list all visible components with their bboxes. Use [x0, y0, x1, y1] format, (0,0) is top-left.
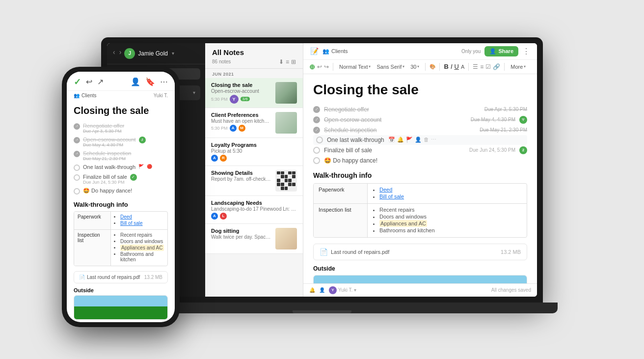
walkthrough-title: Walk-through info — [313, 171, 527, 179]
note-meta-2: 5:30 PM A M — [211, 125, 271, 132]
more-btn[interactable]: More ▾ — [509, 63, 528, 71]
phone-task-4[interactable]: One last walk-through 🚩 🔴 — [74, 163, 168, 172]
phone-check-icon[interactable]: ✓ — [74, 77, 81, 87]
text-color-icon[interactable]: 🎨 — [429, 64, 435, 69]
phone-task-6[interactable]: 🤩 Do happy dance! — [74, 186, 168, 196]
flag-icon[interactable]: 🚩 — [406, 137, 413, 143]
client-label: Clients — [331, 48, 348, 54]
phone-check-6 — [74, 188, 80, 194]
info-table: Paperwork Deed Bill of sale — [313, 183, 527, 238]
note-thumb-4 — [275, 170, 297, 192]
footer-status: All changes saved — [491, 287, 531, 293]
phone-bookmark-icon[interactable]: 🔖 — [145, 77, 155, 86]
sort-icon[interactable]: ≡ — [286, 58, 289, 65]
bell-icon[interactable]: 🔔 — [397, 137, 404, 143]
task-check-2: ✓ — [313, 116, 320, 123]
sep1 — [333, 63, 333, 71]
phone-table-val-2: Recent repairs Doors and windows Applian… — [111, 230, 167, 266]
font-btn[interactable]: Sans Serif ▾ — [375, 63, 406, 71]
link-icon[interactable]: 🔗 — [493, 63, 500, 70]
user-dropdown-icon[interactable]: ▾ — [172, 51, 174, 56]
bullet-list-icon[interactable]: ☰ — [473, 63, 478, 70]
phone-more-icon[interactable]: ⋯ — [160, 77, 168, 86]
phone-task-2[interactable]: Open-escrow-account Due May 4, 4:30 PM J — [74, 135, 168, 149]
redo-icon[interactable]: ↪ — [324, 63, 329, 70]
table-label-paperwork: Paperwork — [314, 184, 368, 203]
underline-btn[interactable]: U — [455, 63, 459, 70]
task-more-icon[interactable]: ⋯ — [431, 137, 436, 143]
italic-btn[interactable]: I — [451, 63, 453, 70]
phone-item-repairs: Recent repairs — [120, 232, 164, 238]
phone-task-content-3: Schedule inspection Due May 21, 2:30 PM — [83, 150, 131, 161]
outside-image-inner — [314, 276, 527, 283]
calendar-icon[interactable]: 📅 — [388, 137, 395, 143]
size-btn[interactable]: 30 ▾ — [408, 63, 421, 71]
size-arrow: ▾ — [417, 64, 419, 69]
phone-share-icon[interactable]: ↗ — [97, 77, 104, 86]
phone-task-text-5: Finalize bill of sale — [83, 174, 127, 180]
phone-due-1: Due Apr 3, 5:30 PM — [83, 129, 124, 134]
phone-undo-icon[interactable]: ↩ — [86, 77, 92, 86]
user-footer-icon: 👤 — [319, 287, 325, 293]
file-attachment[interactable]: 📄 Last round of repairs.pdf 13.2 MB — [313, 244, 527, 260]
task-renegotiate[interactable]: ✓ Renegotiate offer Due Apr 3, 5:30 PM — [313, 105, 527, 114]
phone-doc-title[interactable]: Closing the sale — [74, 105, 168, 116]
table-row-paperwork: Paperwork Deed Bill of sale — [314, 184, 527, 204]
note-content: Closing the sale Open-escrow-account 5:3… — [211, 82, 271, 104]
text-color-btn[interactable]: A — [461, 64, 464, 70]
ordered-list-icon[interactable]: ≡ — [480, 63, 483, 70]
bold-btn[interactable]: B — [444, 63, 448, 70]
filter-icon[interactable]: ⬇ — [279, 58, 284, 65]
task-escrow[interactable]: ✓ Open-escrow-account Due May 4, 4:30 PM… — [313, 114, 527, 125]
note-thumb-6 — [275, 228, 297, 249]
note-item-loyalty[interactable]: Loyalty Programs Pickup at 5:30 A R — [205, 138, 303, 166]
note-item-dog[interactable]: Dog sitting Walk twice per day. Space ho… — [205, 224, 303, 254]
phone-flag-icon: 🚩 — [138, 164, 144, 169]
text-style-btn[interactable]: Normal Text ▾ — [337, 63, 373, 71]
phone-deed-link[interactable]: Deed — [120, 214, 132, 220]
share-button[interactable]: 👤 Share — [484, 46, 518, 56]
document-title[interactable]: Closing the sale — [313, 82, 527, 98]
footer-dropdown[interactable]: ▾ — [354, 287, 356, 293]
text-style-label: Normal Text — [339, 64, 368, 70]
back-icon[interactable]: ‹ — [113, 48, 115, 56]
phone-file[interactable]: 📄 Last round of repairs.pdf 13.2 MB — [74, 271, 168, 283]
note-preview: Open-escrow-account — [211, 88, 271, 94]
task-bill[interactable]: Finalize bill of sale Due Jun 24, 5:30 P… — [313, 145, 527, 156]
bell-footer-icon: 🔔 — [309, 287, 315, 293]
bill-of-sale-link[interactable]: Bill of sale — [379, 193, 404, 199]
phone-task-5[interactable]: Finalize bill of sale Due Jun 24, 5:30 P… — [74, 172, 168, 186]
checklist-icon[interactable]: ☑ — [485, 63, 491, 70]
note-item-closing[interactable]: Closing the sale Open-escrow-account 5:3… — [205, 78, 303, 108]
note-meta-3: A R — [211, 155, 297, 162]
task-dance[interactable]: 🤩 Do happy dance! — [313, 156, 527, 166]
note-item-preferences[interactable]: Client Preferences Must have an open kit… — [205, 108, 303, 138]
phone-task-1[interactable]: Renegotiate offer Due Apr 3, 5:30 PM — [74, 121, 168, 135]
delete-icon[interactable]: 🗑 — [424, 137, 429, 143]
grid-icon[interactable]: ⊞ — [291, 58, 296, 65]
note-preview-5: Landscaping-to-do 17 Pinewood Ln: Replac… — [211, 206, 297, 212]
phone-person-icon[interactable]: 👤 — [131, 77, 140, 86]
phone-bill-link[interactable]: Bill of sale — [120, 221, 143, 226]
forward-icon[interactable]: › — [119, 48, 122, 56]
task-inspection[interactable]: ✓ Schedule inspection Due May 21, 2:30 P… — [313, 125, 527, 135]
phone-task-3[interactable]: Schedule inspection Due May 21, 2:30 PM — [74, 149, 168, 163]
task-walkthrough[interactable]: One last walk-through 📅 🔔 🚩 👤 🗑 ⋯ — [313, 135, 527, 145]
task-check-1: ✓ — [313, 106, 320, 113]
task-check-4 — [316, 137, 323, 143]
phone-client-tag: 👥 Clients — [74, 93, 97, 98]
more-options-icon[interactable]: ⋮ — [522, 47, 530, 56]
note-thumb-dog-img — [275, 228, 297, 249]
item-appliances: Appliances and AC — [379, 221, 435, 226]
note-item-landscaping[interactable]: Landscaping Needs Landscaping-to-do 17 P… — [205, 196, 303, 224]
new-dropdown-icon: ▾ — [193, 90, 195, 95]
note-title-4: Showing Details — [211, 170, 271, 176]
note-avatar: Y — [230, 95, 239, 104]
deed-link[interactable]: Deed — [379, 187, 392, 193]
note-item-showing[interactable]: Showing Details Report by 7am. off-check… — [205, 166, 303, 196]
phone-table-label-2: Inspection list — [74, 230, 111, 266]
person-icon[interactable]: 👤 — [415, 137, 422, 143]
task-text-6: 🤩 Do happy dance! — [324, 157, 377, 164]
phone-due-3: Due May 21, 2:30 PM — [83, 156, 131, 161]
undo-icon[interactable]: ↩ — [317, 63, 322, 70]
